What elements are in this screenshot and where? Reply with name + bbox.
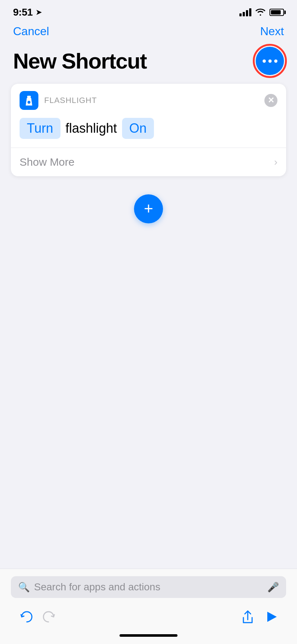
action-close-button[interactable]: ✕ (264, 94, 277, 107)
close-icon: ✕ (268, 96, 274, 104)
flashlight-text: flashlight (66, 121, 117, 136)
more-options-button[interactable] (256, 47, 284, 75)
signal-icon (239, 8, 251, 16)
play-button[interactable] (259, 605, 283, 628)
location-arrow-icon: ➤ (35, 8, 42, 17)
wifi-icon (255, 7, 266, 18)
search-icon: 🔍 (18, 582, 30, 593)
show-more-label: Show More (20, 156, 75, 168)
show-more-row[interactable]: Show More › (11, 148, 286, 176)
on-chip[interactable]: On (122, 118, 154, 139)
action-header-left: FLASHLIGHT (20, 91, 97, 110)
bottom-bar: 🔍 Search for apps and actions 🎤 (0, 569, 297, 644)
nav-bar: Cancel Next (0, 22, 297, 44)
svg-rect-3 (28, 96, 30, 98)
cancel-button[interactable]: Cancel (13, 25, 49, 38)
svg-marker-4 (267, 612, 277, 622)
action-header: FLASHLIGHT ✕ (11, 84, 286, 115)
search-bar[interactable]: 🔍 Search for apps and actions 🎤 (11, 576, 286, 598)
svg-point-2 (28, 101, 30, 104)
undo-button[interactable] (14, 605, 38, 628)
bottom-actions (11, 605, 286, 631)
action-label: FLASHLIGHT (44, 96, 97, 105)
action-card: FLASHLIGHT ✕ Turn flashlight On Show Mor… (11, 84, 286, 176)
search-placeholder: Search for apps and actions (34, 581, 263, 593)
flashlight-icon (20, 91, 38, 110)
add-button-row: + (0, 194, 297, 223)
more-dots-icon (263, 59, 277, 63)
redo-button[interactable] (38, 605, 61, 628)
turn-chip[interactable]: Turn (20, 118, 60, 139)
next-button[interactable]: Next (260, 25, 284, 38)
microphone-icon[interactable]: 🎤 (267, 582, 279, 593)
status-bar: 9:51 ➤ (0, 0, 297, 22)
battery-icon (269, 9, 284, 16)
action-body: Turn flashlight On (11, 115, 286, 148)
plus-icon: + (144, 201, 153, 216)
page-title: New Shortcut (13, 49, 147, 74)
status-time: 9:51 (13, 7, 33, 18)
add-action-button[interactable]: + (134, 194, 163, 223)
home-indicator (11, 631, 286, 638)
status-icons (239, 7, 284, 18)
share-button[interactable] (236, 605, 259, 628)
chevron-right-icon: › (274, 156, 277, 168)
home-bar (120, 634, 177, 637)
title-row: New Shortcut (0, 44, 297, 84)
